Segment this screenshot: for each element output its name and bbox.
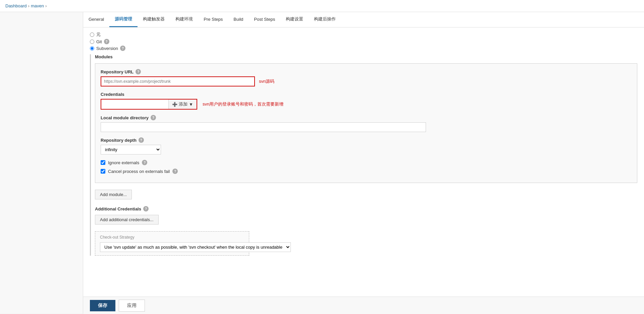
radio-git-row: Git ? — [90, 39, 637, 44]
repo-depth-label: Repository depth ? — [101, 137, 632, 143]
checkout-section: Check-out Strategy Use 'svn update' as m… — [95, 231, 249, 256]
add-module-button[interactable]: Add module... — [95, 190, 132, 199]
credentials-annotation: svn用户的登录账号和密码，首次需要新增 — [203, 101, 283, 107]
tab-build[interactable]: Build — [228, 12, 249, 27]
radio-git-label: Git — [96, 39, 102, 44]
breadcrumb-sep2: › — [45, 3, 47, 8]
tab-post-build[interactable]: 构建后操作 — [309, 12, 341, 27]
repo-url-row: svn源码 — [101, 76, 632, 86]
module-card: Repository URL ? svn源码 Cr — [95, 63, 637, 183]
local-dir-label: Local module directory ? — [101, 115, 632, 120]
local-dir-label-text: Local module directory — [101, 115, 149, 120]
radio-none-label: 元 — [96, 32, 101, 38]
checkout-select[interactable]: Use 'svn update' as much as possible, wi… — [100, 242, 291, 252]
apply-button[interactable]: 应用 — [119, 300, 145, 312]
additional-cred-section: Additional Credentials ? Add additional … — [95, 206, 637, 225]
modules-label: Modules — [95, 54, 637, 59]
source-type-group: 元 Git ? Subversion ? — [90, 32, 637, 51]
additional-cred-label: Additional Credentials — [95, 206, 141, 211]
credentials-row: ➕ 添加 ▼ svn用户的登录账号和密码，首次需要新增 — [101, 99, 632, 110]
breadcrumb: Dashboard › maven › — [0, 0, 644, 12]
ignore-externals-help-icon[interactable]: ? — [142, 160, 147, 165]
additional-cred-title: Additional Credentials ? — [95, 206, 637, 211]
radio-none-row: 元 — [90, 32, 637, 38]
form-content: 元 Git ? Subversion ? Modules — [83, 27, 644, 314]
ignore-externals-checkbox[interactable] — [101, 160, 105, 165]
repo-depth-label-text: Repository depth — [101, 138, 137, 143]
sidebar — [0, 12, 83, 314]
repo-url-input-wrap — [101, 76, 255, 86]
tab-pre-steps[interactable]: Pre Steps — [198, 12, 228, 27]
add-credentials-button[interactable]: ➕ 添加 ▼ — [168, 100, 197, 109]
checkout-row: Use 'svn update' as much as possible, wi… — [100, 242, 244, 252]
tab-trigger[interactable]: 构建触发器 — [138, 12, 170, 27]
local-dir-field: Local module directory ? . — [101, 115, 632, 132]
content-area: General 源码管理 构建触发器 构建环境 Pre Steps Build … — [83, 12, 644, 314]
cancel-process-checkbox[interactable] — [101, 169, 105, 174]
add-additional-cred-button[interactable]: Add additional credentials... — [95, 215, 159, 225]
credentials-wrap: ➕ 添加 ▼ — [101, 99, 197, 110]
tab-bar: General 源码管理 构建触发器 构建环境 Pre Steps Build … — [83, 12, 644, 27]
repo-url-help-icon[interactable]: ? — [136, 69, 141, 74]
radio-git[interactable] — [90, 40, 94, 44]
dropdown-arrow: ▼ — [189, 102, 193, 107]
cancel-process-row: Cancel process on externals fail ? — [101, 169, 632, 174]
breadcrumb-maven[interactable]: maven — [31, 3, 44, 8]
repo-url-label-text: Repository URL — [101, 69, 133, 74]
credentials-field: Credentials ➕ 添加 ▼ svn用户的 — [101, 92, 632, 110]
local-dir-input[interactable]: . — [101, 122, 426, 132]
repo-url-annotation: svn源码 — [259, 78, 274, 84]
cancel-process-label: Cancel process on externals fail — [108, 169, 170, 174]
modules-section: Modules Repository URL ? svn源码 — [90, 54, 637, 256]
bottom-bar: 保存 应用 — [83, 297, 644, 314]
radio-svn[interactable] — [90, 46, 94, 51]
tab-general[interactable]: General — [83, 12, 109, 27]
credentials-input[interactable] — [101, 100, 168, 109]
checkout-header: Check-out Strategy — [100, 235, 244, 240]
radio-none[interactable] — [90, 33, 94, 37]
tab-env[interactable]: 构建环境 — [170, 12, 198, 27]
cancel-process-help-icon[interactable]: ? — [172, 169, 178, 174]
ignore-externals-label: Ignore externals — [108, 160, 139, 165]
repo-depth-help-icon[interactable]: ? — [139, 137, 144, 143]
save-button[interactable]: 保存 — [90, 300, 115, 311]
git-help-icon[interactable]: ? — [104, 39, 109, 44]
svn-help-icon[interactable]: ? — [120, 46, 125, 51]
tab-settings[interactable]: 构建设置 — [280, 12, 309, 27]
credentials-label: Credentials — [101, 92, 632, 97]
local-dir-help-icon[interactable]: ? — [151, 115, 156, 120]
repo-depth-select[interactable]: infinity empty files immediates — [101, 145, 161, 154]
ignore-externals-row: Ignore externals ? — [101, 160, 632, 165]
add-label: 添加 — [179, 101, 187, 107]
repo-url-label: Repository URL ? — [101, 69, 632, 74]
additional-cred-help-icon[interactable]: ? — [143, 206, 149, 211]
credentials-label-text: Credentials — [101, 92, 124, 97]
tab-source[interactable]: 源码管理 — [109, 12, 138, 27]
repo-depth-field: Repository depth ? infinity empty files … — [101, 137, 632, 154]
breadcrumb-dashboard[interactable]: Dashboard — [5, 3, 27, 8]
radio-svn-row: Subversion ? — [90, 46, 637, 51]
tab-post-steps[interactable]: Post Steps — [249, 12, 280, 27]
repo-url-field: Repository URL ? svn源码 — [101, 69, 632, 86]
add-icon: ➕ — [172, 102, 177, 107]
repo-url-input[interactable] — [101, 77, 254, 86]
breadcrumb-sep1: › — [28, 3, 30, 8]
radio-svn-label: Subversion — [96, 46, 118, 51]
